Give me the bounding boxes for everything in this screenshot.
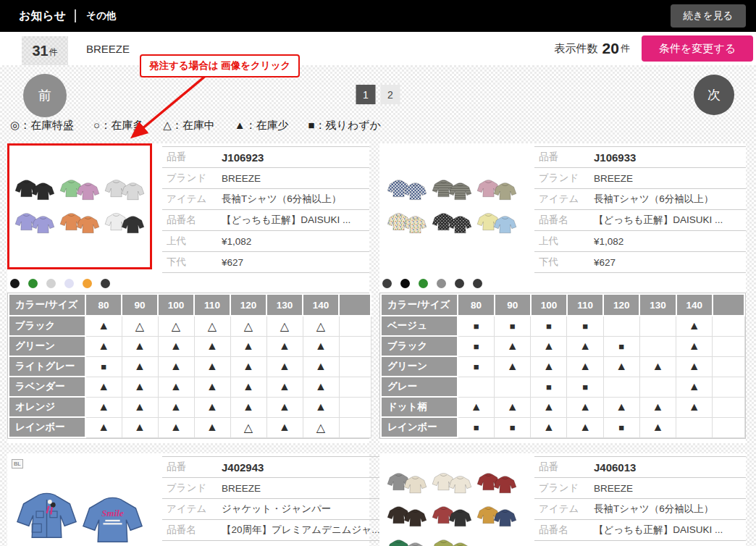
shirt-pair-icon xyxy=(476,501,518,532)
product-image[interactable]: SmileBL xyxy=(7,453,152,546)
field-value: 長袖Tシャツ（6分袖以上） xyxy=(222,193,341,206)
product-card: 品番J106933ブランドBREEZEアイテム長袖Tシャツ（6分袖以上）品番名【… xyxy=(379,143,746,443)
legend-item: ○：在庫多 xyxy=(93,119,143,131)
stock-cell: ▲ xyxy=(567,356,603,377)
notice-link[interactable]: お知らせ xyxy=(19,9,66,24)
field-value: BREEZE xyxy=(222,173,261,184)
shirt-pair-icon xyxy=(476,175,518,205)
stock-cell: ■ xyxy=(567,377,603,397)
size-header: カラー/サイズ xyxy=(9,294,85,316)
stock-cell: ▲ xyxy=(639,356,676,377)
stock-cell: ▲ xyxy=(303,397,339,417)
display-count-unit: 件 xyxy=(621,42,630,55)
shirt-pair-icon xyxy=(386,534,428,546)
stock-cell xyxy=(713,356,744,377)
shirt-pair-icon xyxy=(431,208,473,238)
stock-cell: ▲ xyxy=(85,417,122,437)
field-value: ¥1,082 xyxy=(594,236,623,247)
stock-cell: ▲ xyxy=(676,377,713,397)
stock-cell: ▲ xyxy=(158,356,194,377)
product-image[interactable] xyxy=(7,143,152,269)
field-label: アイテム xyxy=(539,193,594,206)
stock-cell: ■ xyxy=(495,316,531,336)
legend-item: ◎：在庫特盛 xyxy=(10,119,74,131)
stock-cell: ▲ xyxy=(303,336,339,356)
size-header: 130 xyxy=(639,294,676,316)
page-button-2[interactable]: 2 xyxy=(381,85,400,104)
stock-cell: ■ xyxy=(603,336,639,356)
size-header: 140 xyxy=(676,294,713,316)
see-more-button[interactable]: 続きを見る xyxy=(671,4,746,28)
stock-cell xyxy=(639,336,676,356)
stock-cell: ▲ xyxy=(266,397,303,417)
info-row: 品番名【どっちも正解】DAISUKI ... xyxy=(534,210,746,231)
stock-cell: ▲ xyxy=(531,336,567,356)
size-header: 120 xyxy=(603,294,639,316)
shirt-pair-icon xyxy=(14,208,56,238)
stock-cell: ▲ xyxy=(676,316,713,336)
stock-cell: ▲ xyxy=(158,377,194,397)
field-label: アイテム xyxy=(539,503,594,516)
shirt-pair-icon xyxy=(431,468,473,498)
other-link[interactable]: その他 xyxy=(86,9,116,22)
inventory-table: カラー/サイズ8090100110120130140ベージュ■■■■▲ブラック■… xyxy=(380,293,745,438)
prev-button[interactable]: 前 xyxy=(23,74,67,117)
stock-cell: ▲ xyxy=(85,336,122,356)
color-row-label: レインボー xyxy=(381,417,458,437)
size-header: 90 xyxy=(495,294,531,316)
field-label: ブランド xyxy=(167,172,222,185)
field-label: 品番 xyxy=(539,461,594,474)
stock-cell: ▲ xyxy=(676,397,713,417)
info-row: 品番名【どっちも正解】DAISUKI ... xyxy=(534,520,746,541)
info-row: 上代¥1,082 xyxy=(162,231,369,252)
color-row-label: ライトグレー xyxy=(9,356,85,377)
info-row: 下代¥627 xyxy=(534,252,746,273)
stock-cell: ▲ xyxy=(303,377,339,397)
stock-cell: ▲ xyxy=(567,417,603,437)
shirt-pair-icon xyxy=(59,175,101,205)
shirt-pair-icon xyxy=(431,175,473,205)
stock-cell: ▲ xyxy=(158,336,194,356)
stock-cell: ▲ xyxy=(85,397,122,417)
shirt-pair-icon xyxy=(104,175,146,205)
color-dot-icon xyxy=(400,279,410,288)
stock-cell: ■ xyxy=(531,316,567,336)
info-row: 品番J106933 xyxy=(534,146,746,168)
order-hint-callout: 発注する場合は 画像をクリック xyxy=(140,54,300,77)
stock-cell: ■ xyxy=(458,417,494,437)
stock-cell xyxy=(339,316,371,336)
stock-cell: ■ xyxy=(458,316,494,336)
next-button[interactable]: 次 xyxy=(694,75,734,115)
stock-cell: ▲ xyxy=(495,397,531,417)
stock-cell xyxy=(339,356,371,377)
stock-cell: ▲ xyxy=(230,356,266,377)
field-label: 下代 xyxy=(167,256,222,269)
page-button-1[interactable]: 1 xyxy=(356,85,376,104)
stock-cell xyxy=(339,397,371,417)
stock-cell: △ xyxy=(303,316,339,336)
product-image[interactable] xyxy=(379,453,524,546)
stock-cell: ▲ xyxy=(603,397,639,417)
stock-cell: ▲ xyxy=(495,336,531,356)
stock-cell xyxy=(713,377,744,397)
stock-cell: ▲ xyxy=(639,417,676,437)
field-label: 品番名 xyxy=(167,524,222,537)
change-conditions-button[interactable]: 条件を変更する xyxy=(642,35,753,62)
field-value: BREEZE xyxy=(594,483,633,494)
stock-cell: ■ xyxy=(458,336,494,356)
stock-cell: ▲ xyxy=(603,356,639,377)
info-row: 品番名【どっちも正解】DAISUKI ... xyxy=(162,210,369,231)
stock-cell: ▲ xyxy=(303,356,339,377)
field-label: ブランド xyxy=(539,482,594,495)
product-info: 品番J106933ブランドBREEZEアイテム長袖Tシャツ（6分袖以上）品番名【… xyxy=(534,146,746,273)
brand-name: BREEZE xyxy=(86,43,130,55)
stock-cell: ▲ xyxy=(122,377,158,397)
shirt-pair-icon xyxy=(104,208,146,238)
info-row: アイテム長袖Tシャツ（6分袖以上） xyxy=(534,499,746,520)
size-header: 90 xyxy=(122,294,158,316)
stock-cell: ▲ xyxy=(122,397,158,417)
product-image[interactable] xyxy=(379,143,524,269)
field-value: J402943 xyxy=(222,461,264,474)
shirt-pair-icon xyxy=(59,208,101,238)
stock-cell: ▲ xyxy=(194,397,230,417)
